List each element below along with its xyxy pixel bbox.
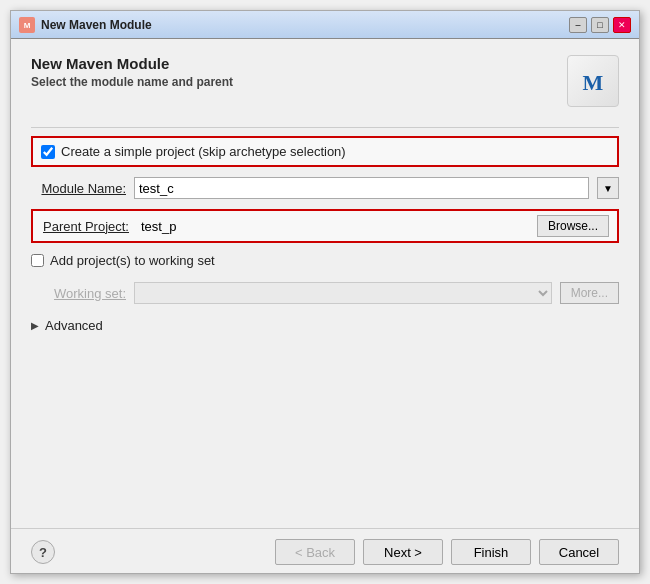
- page-subtitle: Select the module name and parent: [31, 75, 233, 89]
- spacer: [31, 347, 619, 516]
- more-button[interactable]: More...: [560, 282, 619, 304]
- maven-logo: M: [567, 55, 619, 107]
- window-controls: – □ ✕: [569, 17, 631, 33]
- close-button[interactable]: ✕: [613, 17, 631, 33]
- form-area: Create a simple project (skip archetype …: [31, 136, 619, 516]
- working-set-checkbox[interactable]: [31, 254, 44, 267]
- parent-project-row: Parent Project: Browse...: [31, 209, 619, 243]
- page-title-row: New Maven Module Select the module name …: [31, 55, 619, 107]
- module-name-row: Module Name: ▼: [31, 177, 619, 199]
- back-button[interactable]: < Back: [275, 539, 355, 565]
- maximize-button[interactable]: □: [591, 17, 609, 33]
- parent-project-label: Parent Project:: [41, 219, 129, 234]
- advanced-label: Advanced: [45, 318, 103, 333]
- module-name-input[interactable]: [134, 177, 589, 199]
- page-title-text: New Maven Module: [31, 55, 233, 72]
- window-icon: M: [19, 17, 35, 33]
- page-header: New Maven Module Select the module name …: [31, 55, 619, 107]
- finish-button[interactable]: Finish: [451, 539, 531, 565]
- help-button[interactable]: ?: [31, 540, 55, 564]
- dialog-content: New Maven Module Select the module name …: [11, 39, 639, 528]
- working-set-checkbox-row: Add project(s) to working set: [31, 253, 619, 268]
- title-bar: M New Maven Module – □ ✕: [11, 11, 639, 39]
- advanced-triangle-icon: ▶: [31, 320, 39, 331]
- working-set-input-row: Working set: More...: [31, 282, 619, 304]
- module-name-dropdown[interactable]: ▼: [597, 177, 619, 199]
- simple-project-checkbox[interactable]: [41, 145, 55, 159]
- working-set-checkbox-label: Add project(s) to working set: [50, 253, 215, 268]
- working-set-select[interactable]: [134, 282, 552, 304]
- nav-buttons: < Back Next > Finish Cancel: [275, 539, 619, 565]
- working-set-label: Working set:: [31, 286, 126, 301]
- simple-project-row: Create a simple project (skip archetype …: [31, 136, 619, 167]
- cancel-button[interactable]: Cancel: [539, 539, 619, 565]
- minimize-button[interactable]: –: [569, 17, 587, 33]
- parent-project-input[interactable]: [137, 215, 529, 237]
- svg-text:M: M: [24, 21, 31, 30]
- browse-button[interactable]: Browse...: [537, 215, 609, 237]
- advanced-row[interactable]: ▶ Advanced: [31, 314, 619, 337]
- module-name-label: Module Name:: [31, 181, 126, 196]
- dialog-window: M New Maven Module – □ ✕ New Maven Modul…: [10, 10, 640, 574]
- next-button[interactable]: Next >: [363, 539, 443, 565]
- header-separator: [31, 127, 619, 128]
- simple-project-label: Create a simple project (skip archetype …: [61, 144, 346, 159]
- window-title: New Maven Module: [41, 18, 569, 32]
- button-bar: ? < Back Next > Finish Cancel: [11, 528, 639, 573]
